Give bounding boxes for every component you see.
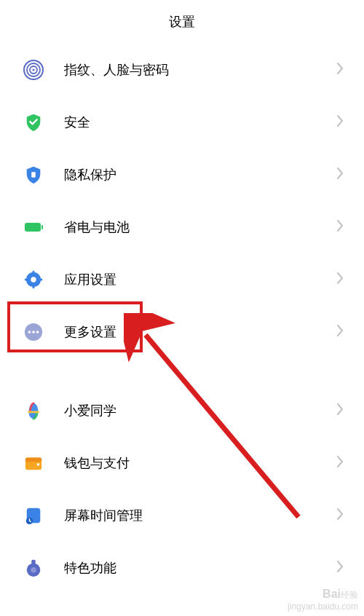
svg-point-16 — [36, 331, 39, 333]
shield-check-icon — [23, 112, 44, 133]
svg-rect-5 — [25, 223, 41, 232]
svg-point-3 — [33, 69, 35, 71]
chevron-right-icon — [336, 167, 344, 183]
svg-point-14 — [28, 331, 31, 333]
chevron-right-icon — [336, 219, 344, 235]
settings-item-label: 指纹、人脸与密码 — [64, 61, 336, 79]
svg-rect-6 — [41, 225, 43, 229]
settings-item-fingerprint[interactable]: 指纹、人脸与密码 — [0, 44, 364, 96]
settings-item-xiaoai[interactable]: 小爱同学 — [0, 384, 364, 437]
page-title: 设置 — [169, 13, 195, 31]
section-separator — [0, 358, 364, 384]
more-icon — [23, 322, 44, 342]
watermark: Bai经验 jingyan.baidu.com — [288, 587, 358, 612]
screen-time-icon — [23, 505, 44, 526]
settings-item-label: 隐私保护 — [64, 166, 336, 183]
chevron-right-icon — [336, 114, 344, 130]
svg-point-24 — [31, 567, 36, 572]
gear-icon — [23, 269, 44, 290]
chevron-right-icon — [336, 62, 344, 78]
svg-rect-9 — [33, 271, 35, 275]
svg-rect-10 — [33, 285, 35, 288]
svg-rect-18 — [25, 458, 41, 462]
svg-point-15 — [32, 331, 35, 333]
special-icon — [23, 558, 44, 578]
settings-item-security[interactable]: 安全 — [0, 96, 364, 149]
header: 设置 — [0, 0, 364, 44]
settings-item-label: 安全 — [64, 114, 336, 131]
settings-item-label: 特色功能 — [64, 559, 336, 577]
settings-item-privacy[interactable]: 隐私保护 — [0, 149, 364, 201]
fingerprint-icon — [23, 60, 44, 80]
chevron-right-icon — [336, 560, 344, 576]
settings-item-label: 小爱同学 — [64, 402, 336, 419]
chevron-right-icon — [336, 403, 344, 419]
svg-rect-23 — [31, 560, 36, 564]
shield-icon — [23, 165, 44, 185]
settings-item-label: 更多设置 — [64, 323, 336, 341]
settings-item-label: 钱包与支付 — [64, 454, 336, 472]
wallet-icon — [23, 453, 44, 473]
settings-list-1: 指纹、人脸与密码 安全 隐私保护 省电与电池 应用设置 更多设置 — [0, 44, 364, 358]
settings-item-battery[interactable]: 省电与电池 — [0, 201, 364, 253]
settings-item-special[interactable]: 特色功能 — [0, 542, 364, 594]
svg-rect-11 — [25, 279, 28, 281]
settings-item-label: 省电与电池 — [64, 218, 336, 236]
settings-item-label: 屏幕时间管理 — [64, 507, 336, 524]
settings-item-wallet[interactable]: 钱包与支付 — [0, 437, 364, 489]
settings-item-label: 应用设置 — [64, 271, 336, 288]
settings-list-2: 小爱同学 钱包与支付 屏幕时间管理 特色功能 — [0, 384, 364, 594]
svg-rect-12 — [39, 279, 42, 281]
svg-point-19 — [37, 463, 40, 466]
battery-icon — [23, 217, 44, 237]
chevron-right-icon — [336, 455, 344, 471]
chevron-right-icon — [336, 272, 344, 288]
chevron-right-icon — [336, 324, 344, 340]
chevron-right-icon — [336, 508, 344, 524]
settings-item-screentime[interactable]: 屏幕时间管理 — [0, 489, 364, 542]
settings-item-more[interactable]: 更多设置 — [0, 306, 364, 358]
xiaoai-icon — [23, 400, 44, 421]
settings-item-apps[interactable]: 应用设置 — [0, 253, 364, 306]
svg-point-8 — [31, 277, 36, 282]
svg-rect-4 — [31, 172, 36, 177]
